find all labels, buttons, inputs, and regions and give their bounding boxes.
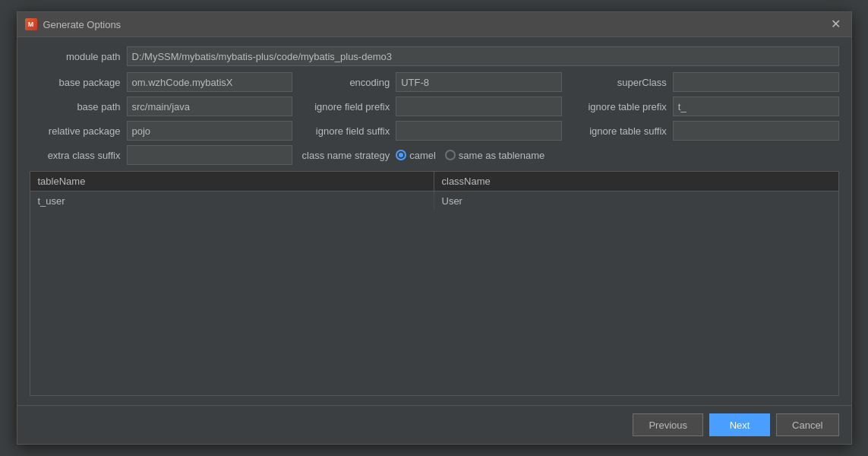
radio-same-label: same as tablename [459,150,544,161]
class-name-strategy-group: camel same as tablename [396,150,838,161]
ignore-field-suffix-input[interactable] [396,121,562,141]
radio-same-as-tablename[interactable]: same as tablename [445,150,544,161]
dialog-title: Generate Options [43,19,122,30]
radio-camel[interactable]: camel [396,150,436,161]
radio-camel-btn[interactable] [396,150,406,160]
extra-class-suffix-label: extra class suffix [30,150,121,161]
base-path-input[interactable] [127,97,293,116]
radio-same-btn[interactable] [445,150,456,160]
base-path-label: base path [30,101,121,112]
ignore-table-suffix-input[interactable] [673,121,839,141]
generate-options-dialog: M Generate Options ✕ module path base pa… [17,11,852,445]
table-header: tableName className [30,172,838,192]
dialog-content: module path base package encoding superC… [17,37,851,405]
title-bar: M Generate Options ✕ [17,12,851,37]
ignore-field-prefix-label: ignore field prefix [298,101,390,112]
ignore-table-prefix-input[interactable] [673,97,839,116]
cell-classname-0: User [434,192,838,211]
form-grid: base package encoding superClass base pa… [30,72,839,165]
cell-tablename-0: t_user [30,192,434,211]
module-path-row: module path [30,46,839,66]
dialog-footer: Previous Next Cancel [17,405,851,444]
col-tablename-header: tableName [30,172,434,191]
relative-package-label: relative package [30,125,121,137]
ignore-table-suffix-label: ignore table suffix [568,125,667,137]
cancel-button[interactable]: Cancel [776,413,838,436]
radio-camel-label: camel [409,150,436,161]
base-package-input[interactable] [127,72,293,92]
next-button[interactable]: Next [709,413,770,436]
app-icon: M [25,18,37,30]
extra-class-suffix-input[interactable] [127,145,293,165]
relative-package-input[interactable] [127,121,293,141]
ignore-table-prefix-label: ignore table prefix [568,101,667,112]
close-button[interactable]: ✕ [828,17,844,32]
title-bar-left: M Generate Options [25,18,122,30]
table-body: t_user User [30,192,838,344]
base-package-label: base package [30,77,121,88]
table-row[interactable]: t_user User [30,192,838,211]
ignore-field-suffix-label: ignore field suffix [298,125,390,137]
table-container: tableName className t_user User [30,171,839,396]
module-path-label: module path [30,51,121,62]
module-path-input[interactable] [127,46,839,66]
ignore-field-prefix-input[interactable] [396,97,562,116]
class-name-strategy-label: class name strategy [298,150,390,161]
encoding-input[interactable] [396,72,562,92]
super-class-label: superClass [568,77,667,88]
encoding-label: encoding [298,77,390,88]
col-classname-header: className [434,172,838,191]
previous-button[interactable]: Previous [633,413,703,436]
super-class-input[interactable] [673,72,839,92]
